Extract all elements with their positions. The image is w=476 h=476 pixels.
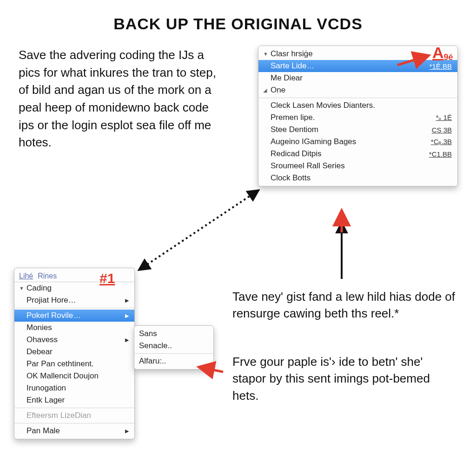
menu-item-label: Entk Lager	[26, 396, 129, 405]
menu-item-label: Debear	[26, 347, 129, 357]
disclosure-triangle-icon: ▼	[263, 51, 270, 57]
menu-item[interactable]: ▼ Clasr hrsiġe	[258, 48, 457, 60]
menu-item[interactable]: ◢ One	[258, 84, 457, 96]
menu-shortcut: *Cᵦ.3B	[431, 138, 452, 146]
disclosure-triangle-icon: ▼	[19, 285, 26, 291]
menu-item-label: Alfaru:..	[139, 357, 208, 366]
menu-item[interactable]: Irunogation	[14, 382, 134, 394]
menu-item-label: Clasr hrsiġe	[271, 49, 452, 59]
menu-item-label: Premen lipe.	[271, 113, 426, 122]
menu-item-label: Senacle..	[139, 341, 208, 350]
menu-item-label: Efteersm LizeDian	[26, 411, 129, 420]
menu-item-label: Par Pan cethtinent.	[26, 359, 129, 369]
menu-item-label: Redicad Ditpis	[271, 149, 419, 159]
context-menu-b[interactable]: Lihé Rines ▼ Cading Projiat Hore… ▶ Poke…	[14, 268, 135, 439]
menu-item-label: OK Mallencit Doujon	[26, 371, 129, 381]
menu-item[interactable]: Clock Botts	[258, 172, 457, 184]
menu-item-label: Projiat Hore…	[26, 296, 119, 305]
menu-item[interactable]: Cleck Lasen Movies Dianters.	[258, 99, 457, 112]
menu-item[interactable]: Pan Male ▶	[14, 425, 134, 437]
menu-separator	[14, 308, 134, 308]
menu-shortcut: *1É.BB	[430, 62, 452, 70]
menu-item-label: Ohavess	[26, 335, 119, 344]
menu-item-label: Stee Dentiom	[271, 125, 422, 134]
menu-item-label: Sarte Lide…	[271, 61, 419, 71]
menu-item[interactable]: Premen lipe. *ₐ 1É	[258, 112, 457, 124]
submenu-arrow-icon: ▶	[125, 337, 129, 343]
menu-item[interactable]: Projiat Hore… ▶	[14, 294, 134, 306]
menu-item-label: Augeino IGaming Bages	[271, 137, 421, 146]
submenu-arrow-icon: ▶	[125, 298, 129, 304]
menu-separator	[258, 98, 457, 98]
menu-title-2: Rines	[38, 272, 57, 280]
paragraph-2: Tave ney' gist fand a lew hild hias dode…	[232, 288, 456, 322]
menu-item[interactable]: Redicad Ditpis *C1.BB	[258, 148, 457, 160]
menu-separator	[14, 423, 134, 423]
menu-item[interactable]: OK Mallencit Doujon	[14, 370, 134, 382]
menu-item-disabled: Efteersm LizeDian	[14, 410, 134, 422]
menu-shortcut: *C1.BB	[429, 150, 452, 158]
menu-item[interactable]: Monies	[14, 322, 134, 334]
menu-item[interactable]: Entk Lager	[14, 394, 134, 406]
disclosure-triangle-icon: ◢	[263, 87, 270, 93]
menu-shortcut: CS 3B	[432, 126, 452, 134]
menu-title-1: Lihé	[19, 272, 33, 280]
menu-item-selected[interactable]: Sarte Lide… *1É.BB	[258, 60, 457, 72]
menu-title-bar: Lihé Rines	[14, 270, 134, 282]
menu-item-label: Me Diear	[271, 73, 452, 83]
annotation-a-sub: 9é	[444, 53, 453, 62]
annotation-a-letter: A	[432, 44, 444, 61]
menu-item[interactable]: Ohavess ▶	[14, 334, 134, 346]
menu-item-label: Sroumeel Rall Series	[271, 161, 452, 171]
menu-item[interactable]: Senacle..	[134, 340, 213, 352]
menu-item-label: Pan Male	[26, 426, 119, 436]
menu-item-label: One	[271, 86, 452, 95]
paragraph-3: Frve gour paple is'› ide to betn' she' s…	[232, 353, 456, 404]
menu-separator	[14, 408, 134, 408]
submenu-arrow-icon: ▶	[125, 313, 129, 319]
page-title: BACK UP THE ORIGINAL VCDS	[0, 15, 476, 33]
context-menu-a[interactable]: ▼ Clasr hrsiġe Sarte Lide… *1É.BB Me Die…	[258, 46, 458, 186]
menu-shortcut: *ₐ 1É	[436, 113, 452, 122]
annotation-1: #1	[99, 271, 115, 286]
intro-paragraph: Save the advering coding the IJs a pics …	[19, 46, 223, 152]
menu-item-label: Cleck Lasen Movies Dianters.	[271, 101, 452, 110]
menu-item-label: Monies	[26, 323, 129, 332]
submenu-c[interactable]: Sans Senacle.. Alfaru:..	[134, 325, 214, 370]
menu-item-label: Irunogation	[26, 383, 129, 393]
submenu-arrow-icon: ▶	[125, 428, 129, 434]
menu-item[interactable]: Me Diear	[258, 72, 457, 84]
menu-item-label: Pokerl Rovile…	[26, 311, 119, 320]
menu-item[interactable]: Debear	[14, 346, 134, 358]
menu-item-label: Sans	[139, 329, 208, 338]
annotation-a: A9é	[432, 44, 453, 62]
menu-separator	[134, 353, 213, 354]
svg-line-1	[139, 191, 258, 270]
menu-item[interactable]: Augeino IGaming Bages *Cᵦ.3B	[258, 136, 457, 148]
menu-item[interactable]: Stee Dentiom CS 3B	[258, 124, 457, 136]
menu-item[interactable]: Sroumeel Rall Series	[258, 160, 457, 172]
menu-item-selected[interactable]: Pokerl Rovile… ▶	[14, 310, 134, 322]
menu-item-label: Clock Botts	[271, 173, 452, 183]
menu-item[interactable]: Sans	[134, 328, 213, 340]
menu-item[interactable]: ▼ Cading	[14, 282, 134, 294]
menu-item[interactable]: Par Pan cethtinent.	[14, 358, 134, 370]
menu-item[interactable]: Alfaru:..	[134, 355, 213, 367]
